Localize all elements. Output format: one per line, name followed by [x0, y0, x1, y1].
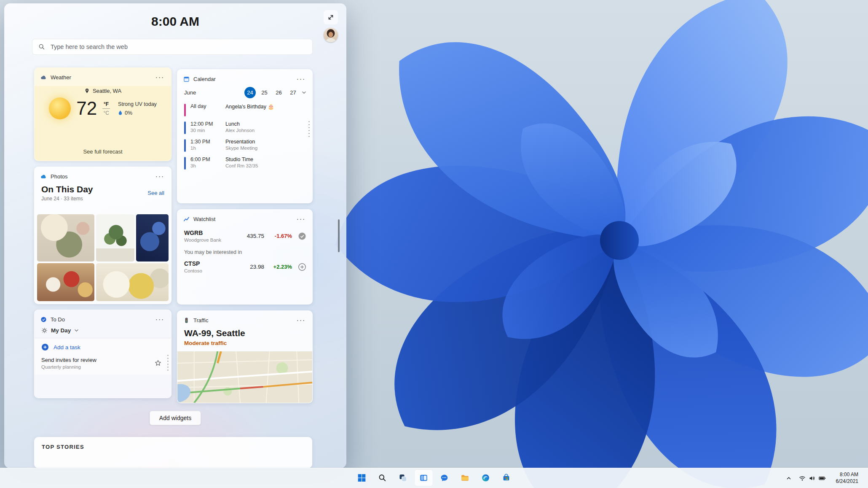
date-cell[interactable]: 25 [259, 87, 270, 98]
edge-icon [482, 474, 490, 482]
todo-header: To Do ··· [35, 310, 171, 326]
edge-browser-button[interactable] [477, 469, 495, 486]
add-task-label: Add a task [54, 344, 80, 350]
web-search-bar[interactable] [32, 39, 313, 55]
volume-icon [809, 475, 815, 481]
calendar-event[interactable]: 6:00 PM 3h Studio Time Conf Rm 32/35 [184, 156, 305, 170]
photo-thumbnail-cushions[interactable] [96, 263, 169, 301]
date-cell-selected[interactable]: 24 [244, 87, 256, 98]
event-color-bar [184, 139, 186, 152]
task-row[interactable]: Send invites for review Quarterly planni… [35, 354, 171, 375]
add-to-watchlist-icon[interactable] [298, 263, 306, 271]
date-cell[interactable]: 26 [273, 87, 284, 98]
store-icon [502, 474, 511, 482]
event-color-bar [184, 157, 186, 170]
photo-thumbnail-artwork[interactable] [136, 214, 169, 262]
see-all-link[interactable]: See all [147, 190, 164, 196]
hidden-icons-button[interactable] [782, 471, 795, 486]
traffic-map[interactable] [177, 351, 312, 403]
panel-scrollbar[interactable] [338, 219, 340, 252]
weather-location: Seattle, WA [93, 88, 121, 94]
stock-change: -1.67% [268, 233, 292, 239]
photo-thumbnail-plant[interactable] [96, 214, 134, 262]
chat-button[interactable] [435, 469, 454, 486]
add-task-button[interactable]: Add a task [35, 338, 171, 354]
calendar-widget[interactable]: Calendar ··· June 24 25 26 27 [177, 69, 313, 203]
todo-widget[interactable]: To Do ··· My Day [34, 310, 171, 398]
precipitation-value: 0% [125, 110, 132, 116]
watchlist-suggestion: You may be interested in [177, 244, 312, 257]
event-time: All day [190, 103, 221, 109]
widgets-column-right: Calendar ··· June 24 25 26 27 [177, 69, 313, 403]
stock-row[interactable]: CTSP Contoso 23.98 +2.23% [177, 257, 312, 275]
clock-button[interactable]: 8:00 AM 6/24/2021 [830, 471, 865, 486]
top-stories-card[interactable]: TOP STORIES [34, 437, 312, 468]
scroll-dots[interactable] [308, 120, 310, 137]
add-widgets-button[interactable]: Add widgets [150, 411, 201, 425]
todo-more-button[interactable]: ··· [154, 315, 166, 324]
task-view-button[interactable] [394, 469, 413, 486]
unit-fahrenheit[interactable]: °F [104, 101, 109, 107]
quick-settings-button[interactable] [796, 471, 829, 486]
avatar-graphic [324, 28, 338, 42]
calendar-icon [183, 76, 190, 82]
search-icon [378, 474, 387, 482]
see-full-forecast-link[interactable]: See full forecast [35, 148, 171, 155]
file-explorer-button[interactable] [456, 469, 474, 486]
weather-widget[interactable]: Weather ··· Seattle, WA 72 °F [34, 67, 171, 161]
photos-widget[interactable]: Photos ··· On This Day June 24 · 33 item… [34, 167, 171, 304]
todo-list-selector[interactable]: My Day [35, 326, 171, 338]
taskbar-search-button[interactable] [373, 469, 392, 486]
watchlist-header: Watchlist ··· [177, 210, 312, 226]
taskbar: 8:00 AM 6/24/2021 [0, 468, 868, 488]
precipitation-row: 0% [118, 110, 157, 116]
weather-more-button[interactable]: ··· [154, 73, 166, 82]
event-subtitle: Alex Johnson [225, 128, 305, 133]
photos-header: Photos ··· [35, 167, 171, 183]
event-subtitle: Skype Meeting [225, 146, 305, 151]
traffic-widget[interactable]: Traffic ··· WA-99, Seattle Moderate traf… [177, 310, 313, 403]
sun-icon [49, 97, 71, 119]
calendar-expand-button[interactable] [302, 91, 306, 94]
expand-panel-button[interactable] [324, 10, 338, 24]
stock-change: +2.23% [268, 264, 292, 270]
widgets-button[interactable] [415, 469, 433, 486]
stock-row[interactable]: WGRB Woodgrove Bank 435.75 -1.67% [177, 226, 312, 244]
photo-collage [37, 214, 169, 301]
calendar-event[interactable]: 1:30 PM 1h Presentation Skype Meeting [184, 139, 305, 152]
tray-date: 6/24/2021 [836, 478, 858, 485]
search-input[interactable] [50, 43, 306, 51]
start-button[interactable] [353, 469, 371, 486]
weather-header: Weather ··· [35, 68, 171, 86]
event-duration: 30 min [190, 128, 221, 133]
user-avatar[interactable] [324, 28, 338, 42]
unit-toggle[interactable]: °F °C [102, 101, 110, 116]
photo-thumbnail-teapot[interactable] [37, 263, 94, 301]
photos-more-button[interactable]: ··· [154, 172, 166, 181]
check-circle-icon[interactable] [298, 232, 306, 240]
widgets-icon [420, 474, 428, 482]
event-duration: 1h [190, 146, 221, 151]
traffic-more-button[interactable]: ··· [295, 316, 307, 325]
unit-celsius[interactable]: °C [103, 110, 109, 116]
todo-list-name: My Day [51, 327, 71, 334]
battery-icon [819, 475, 826, 481]
photo-thumbnail-circles[interactable] [37, 214, 94, 262]
calendar-event[interactable]: All day Angela's Birthday 🎂 [184, 103, 305, 116]
calendar-event[interactable]: 12:00 PM 30 min Lunch Alex Johnson [184, 121, 305, 134]
calendar-title: Calendar [193, 76, 216, 82]
date-cell[interactable]: 27 [287, 87, 299, 98]
watchlist-more-button[interactable]: ··· [295, 215, 307, 224]
event-title: Presentation [225, 139, 305, 145]
calendar-more-button[interactable]: ··· [295, 75, 307, 84]
stock-name: Woodgrove Bank [184, 237, 234, 243]
stock-symbol: WGRB [184, 229, 234, 236]
event-time: 6:00 PM [190, 156, 221, 162]
traffic-status: Moderate traffic [184, 340, 305, 346]
scroll-dots[interactable] [167, 354, 169, 371]
chat-icon [440, 474, 449, 482]
microsoft-store-button[interactable] [497, 469, 516, 486]
watchlist-widget[interactable]: Watchlist ··· WGRB Woodgrove Bank 435.75… [177, 209, 313, 305]
star-icon [154, 359, 162, 367]
star-button[interactable] [152, 359, 164, 367]
